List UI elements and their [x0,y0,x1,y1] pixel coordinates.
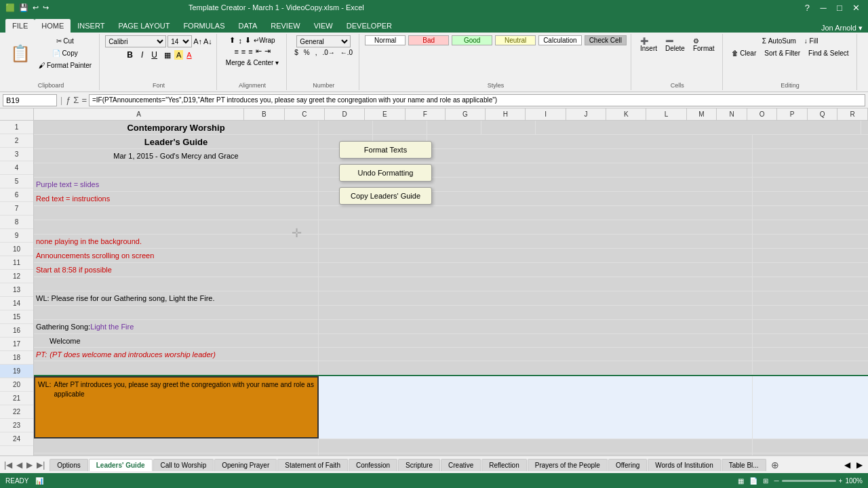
tab-page-layout[interactable]: PAGE LAYOUT [111,19,176,33]
cell-a12[interactable] [34,277,319,291]
align-top-btn[interactable]: ⬆ [229,35,236,45]
close-btn[interactable]: ✕ [849,1,863,14]
sheet-tab-options[interactable]: Options [50,459,87,471]
col-header-c[interactable]: C [285,108,325,120]
style-good[interactable]: Good [452,35,492,45]
col-header-p[interactable]: P [777,108,808,120]
delete-cells-btn[interactable]: ➖Delete [662,35,688,54]
tab-developer[interactable]: DEVELOPER [340,19,399,33]
col-header-e[interactable]: E [365,108,405,120]
col-header-n[interactable]: N [717,108,747,120]
tab-next-btn[interactable]: ▶ [25,460,34,470]
col-header-a[interactable]: A [34,108,244,120]
percent-btn[interactable]: % [302,48,312,57]
align-right-btn[interactable]: ≡ [248,47,253,56]
font-name-select[interactable]: Calibri [105,35,166,47]
row-num-24[interactable]: 24 [0,432,33,446]
cell-a7[interactable] [34,206,319,220]
insert-cells-btn[interactable]: ➕Insert [637,35,660,54]
view-normal-btn[interactable]: ▦ [738,477,744,485]
row-num-4[interactable]: 4 [0,161,33,175]
cell-e1[interactable] [481,121,536,134]
row-num-17[interactable]: 17 [0,338,33,351]
col-header-l[interactable]: L [646,108,686,120]
underline-button[interactable]: U [148,48,161,62]
col-header-k[interactable]: K [606,108,646,120]
decrease-font-btn[interactable]: A↓ [203,37,212,45]
function-icon[interactable]: ƒ [66,95,71,105]
increase-font-btn[interactable]: A↑ [193,37,202,45]
cell-a19[interactable]: WL: After PT introduces you, please say … [34,376,319,439]
row-num-8[interactable]: 8 [0,216,33,229]
style-neutral[interactable]: Neutral [495,35,536,45]
decimal-dec-btn[interactable]: ←.0 [338,48,355,57]
clear-btn[interactable]: 🗑 Clear [728,47,760,59]
sort-filter-btn[interactable]: Sort & Filter [761,47,804,59]
style-calculation[interactable]: Calculation [538,35,581,45]
tab-formulas[interactable]: FORMULAS [176,19,231,33]
cell-a2[interactable]: Leader's Guide [34,135,319,148]
undo-formatting-btn[interactable]: Undo Formatting [339,164,432,182]
font-color-btn[interactable]: A [184,50,193,60]
cell-a9[interactable]: none playing in the background. [34,235,319,248]
cell-a13[interactable]: WL: Please rise for our Gathering song, … [34,291,319,305]
row-num-15[interactable]: 15 [0,310,33,324]
align-center-btn[interactable]: ≡ [241,47,246,56]
cell-b1[interactable] [319,121,373,134]
quick-access-undo[interactable]: ↩ [33,3,39,12]
sheet-tab-table[interactable]: Table Bl... [722,459,766,471]
row-num-23[interactable]: 23 [0,419,33,432]
tab-review[interactable]: REVIEW [264,19,307,33]
row-num-11[interactable]: 11 [0,256,33,270]
format-texts-btn[interactable]: Format Texts [339,141,432,159]
tab-file[interactable]: FILE [5,19,35,33]
zoom-slider[interactable] [782,480,836,482]
name-box[interactable] [3,94,57,106]
row-num-13[interactable]: 13 [0,283,33,297]
copy-leaders-guide-btn[interactable]: Copy Leaders' Guide [339,187,432,205]
cell-a5[interactable]: Purple text = slides [34,178,319,191]
sheet-tab-reflection[interactable]: Reflection [481,459,526,471]
align-left-btn[interactable]: ≡ [233,47,239,56]
row-num-9[interactable]: 9 [0,229,33,243]
cell-a10[interactable]: Announcements scrolling on screen [34,249,319,262]
col-header-j[interactable]: J [566,108,606,120]
row-num-20[interactable]: 20 [0,378,33,392]
tab-data[interactable]: DATA [232,19,264,33]
style-normal[interactable]: Normal [365,35,406,45]
col-header-q[interactable]: Q [808,108,838,120]
wrap-text-btn[interactable]: ↵Wrap [253,36,276,45]
cell-a15[interactable]: Gathering Song: Light the Fire [34,320,319,333]
tab-insert[interactable]: INSERT [71,19,111,33]
row-num-18[interactable]: 18 [0,351,33,365]
tab-last-btn[interactable]: ▶| [35,460,46,470]
cell-a17[interactable]: PT: (PT does welcome and introduces wors… [34,348,319,361]
scroll-left-btn[interactable]: ◀ [842,460,853,470]
row-num-5[interactable]: 5 [0,175,33,188]
bold-button[interactable]: B [123,48,136,62]
comma-btn[interactable]: , [313,48,319,57]
style-checkcell[interactable]: Check Cell [585,35,627,45]
sheet-tab-creative[interactable]: Creative [441,459,481,471]
cell-a8[interactable] [34,220,319,234]
maximize-btn[interactable]: □ [833,1,846,14]
merge-center-btn[interactable]: Merge & Center ▾ [222,57,282,68]
cell-a16[interactable]: Welcome [34,334,319,348]
cell-a6[interactable]: Red text = instructions [34,192,319,205]
fill-btn[interactable]: ↓ Fill [801,35,822,47]
autosum-btn[interactable]: Σ AutoSum [759,35,800,47]
row-num-21[interactable]: 21 [0,392,33,405]
zoom-in-btn[interactable]: + [839,477,843,485]
col-header-g[interactable]: G [446,108,486,120]
row-num-10[interactable]: 10 [0,243,33,256]
row-num-2[interactable]: 2 [0,134,33,148]
format-painter-button[interactable]: 🖌Format Painter [35,60,95,71]
cell-a4[interactable] [34,163,319,177]
col-header-f[interactable]: F [406,108,446,120]
cell-d1[interactable] [427,121,481,134]
cell-a11[interactable]: Start at 8:58 if possible [34,263,319,277]
sheet-tab-statement-of-faith[interactable]: Statement of Faith [277,459,348,471]
sheet-tab-leaders-guide[interactable]: Leaders' Guide [89,459,153,471]
sheet-tab-offering[interactable]: Offering [608,459,647,471]
paste-button[interactable]: 📋 [7,42,34,65]
